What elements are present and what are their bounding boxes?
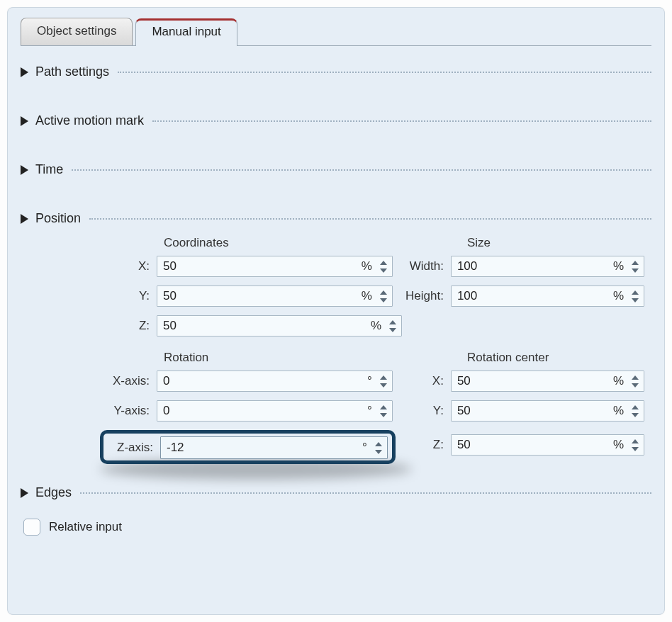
- rotation-yaxis-input[interactable]: [157, 404, 367, 418]
- rotation-center-heading: Rotation center: [409, 351, 651, 365]
- coord-x-input[interactable]: [157, 259, 362, 273]
- coord-y-input[interactable]: [157, 289, 362, 303]
- coord-z-label: Z:: [21, 319, 157, 333]
- unit-percent: %: [362, 259, 378, 273]
- size-width-label: Width:: [400, 259, 451, 273]
- size-width-spinner[interactable]: %: [451, 256, 644, 277]
- spinner-down-icon[interactable]: [378, 296, 389, 304]
- unit-degree: °: [362, 441, 373, 455]
- unit-degree: °: [367, 404, 378, 418]
- spinner-up-icon[interactable]: [629, 288, 641, 296]
- rotation-zaxis-spinner[interactable]: °: [160, 436, 388, 459]
- unit-percent: %: [613, 438, 629, 452]
- unit-percent: %: [613, 404, 629, 418]
- coordinates-heading: Coordinates: [21, 236, 409, 250]
- rotcenter-z-input[interactable]: [452, 438, 613, 452]
- unit-percent: %: [362, 289, 378, 303]
- section-active-motion-mark[interactable]: Active motion mark: [21, 113, 651, 128]
- expand-icon[interactable]: [21, 214, 28, 224]
- rotation-xaxis-input[interactable]: [157, 374, 367, 388]
- section-divider: [72, 169, 651, 171]
- section-divider: [118, 72, 651, 73]
- settings-panel: Object settings Manual input Path settin…: [7, 7, 665, 615]
- expand-icon[interactable]: [21, 488, 28, 498]
- size-height-label: Height:: [400, 289, 451, 303]
- section-divider: [152, 120, 651, 122]
- rotation-heading: Rotation: [21, 351, 409, 365]
- size-height-spinner[interactable]: %: [451, 285, 644, 307]
- rotation-zaxis-label: Z-axis:: [111, 441, 160, 455]
- rotcenter-y-label: Y:: [400, 404, 451, 418]
- coord-x-label: X:: [21, 259, 157, 273]
- section-path-settings[interactable]: Path settings: [21, 64, 651, 79]
- spinner-down-icon[interactable]: [378, 411, 389, 419]
- spinner-down-icon[interactable]: [378, 266, 389, 274]
- position-content: Coordinates Size X: %: [21, 236, 651, 464]
- spinner-up-icon[interactable]: [387, 318, 398, 326]
- unit-percent: %: [613, 259, 629, 273]
- coord-z-input[interactable]: [157, 319, 371, 333]
- rotcenter-x-input[interactable]: [452, 374, 613, 388]
- unit-degree: °: [367, 374, 378, 388]
- size-width-input[interactable]: [452, 259, 613, 273]
- expand-icon[interactable]: [21, 116, 28, 126]
- rotation-xaxis-spinner[interactable]: °: [157, 371, 393, 392]
- section-title: Path settings: [35, 64, 109, 79]
- size-heading: Size: [409, 236, 651, 250]
- relative-input-checkbox[interactable]: [23, 519, 40, 536]
- spinner-up-icon[interactable]: [629, 259, 641, 266]
- expand-icon[interactable]: [21, 165, 28, 175]
- spinner-up-icon[interactable]: [378, 373, 389, 381]
- spinner-down-icon[interactable]: [387, 326, 398, 334]
- spinner-down-icon[interactable]: [373, 448, 384, 456]
- unit-percent: %: [613, 289, 629, 303]
- section-title: Edges: [35, 485, 72, 500]
- rotcenter-y-spinner[interactable]: %: [451, 400, 644, 422]
- spinner-up-icon[interactable]: [629, 437, 641, 445]
- section-title: Position: [35, 211, 81, 226]
- tab-object-settings[interactable]: Object settings: [21, 18, 133, 45]
- unit-percent: %: [613, 374, 629, 388]
- tab-manual-input[interactable]: Manual input: [135, 18, 237, 46]
- section-edges[interactable]: Edges: [21, 485, 651, 500]
- section-title: Time: [35, 162, 63, 177]
- coord-y-spinner[interactable]: %: [157, 285, 393, 307]
- rotcenter-x-spinner[interactable]: %: [451, 371, 644, 392]
- rotation-zaxis-input[interactable]: [161, 441, 362, 455]
- rotcenter-z-label: Z:: [400, 438, 451, 452]
- spinner-down-icon[interactable]: [629, 381, 641, 389]
- rotation-yaxis-label: Y-axis:: [21, 404, 157, 418]
- spinner-down-icon[interactable]: [629, 296, 641, 304]
- spinner-down-icon[interactable]: [629, 445, 641, 453]
- size-height-input[interactable]: [452, 289, 613, 303]
- section-time[interactable]: Time: [21, 162, 651, 177]
- rotcenter-y-input[interactable]: [452, 404, 613, 418]
- rotation-xaxis-label: X-axis:: [21, 374, 157, 388]
- spinner-up-icon[interactable]: [629, 373, 641, 381]
- coord-x-spinner[interactable]: %: [157, 256, 393, 277]
- spinner-up-icon[interactable]: [373, 440, 384, 448]
- expand-icon[interactable]: [21, 67, 28, 77]
- relative-input-row: Relative input: [21, 519, 651, 536]
- spinner-down-icon[interactable]: [378, 381, 389, 389]
- section-position[interactable]: Position: [21, 211, 651, 226]
- rotation-yaxis-spinner[interactable]: °: [157, 400, 393, 422]
- rotcenter-x-label: X:: [400, 374, 451, 388]
- spinner-up-icon[interactable]: [378, 259, 389, 266]
- relative-input-label: Relative input: [49, 520, 122, 534]
- coord-z-spinner[interactable]: %: [157, 315, 402, 337]
- spinner-up-icon[interactable]: [378, 403, 389, 411]
- section-divider: [80, 492, 651, 494]
- rotcenter-z-spinner[interactable]: %: [451, 434, 644, 456]
- spinner-down-icon[interactable]: [629, 266, 641, 274]
- section-title: Active motion mark: [35, 113, 144, 128]
- coord-y-label: Y:: [21, 289, 157, 303]
- unit-percent: %: [371, 319, 387, 333]
- tab-bar: Object settings Manual input: [21, 18, 651, 46]
- spinner-up-icon[interactable]: [378, 288, 389, 296]
- rotation-zaxis-highlight: Z-axis: °: [100, 430, 396, 464]
- spinner-down-icon[interactable]: [629, 411, 641, 419]
- section-divider: [89, 218, 651, 220]
- spinner-up-icon[interactable]: [629, 403, 641, 411]
